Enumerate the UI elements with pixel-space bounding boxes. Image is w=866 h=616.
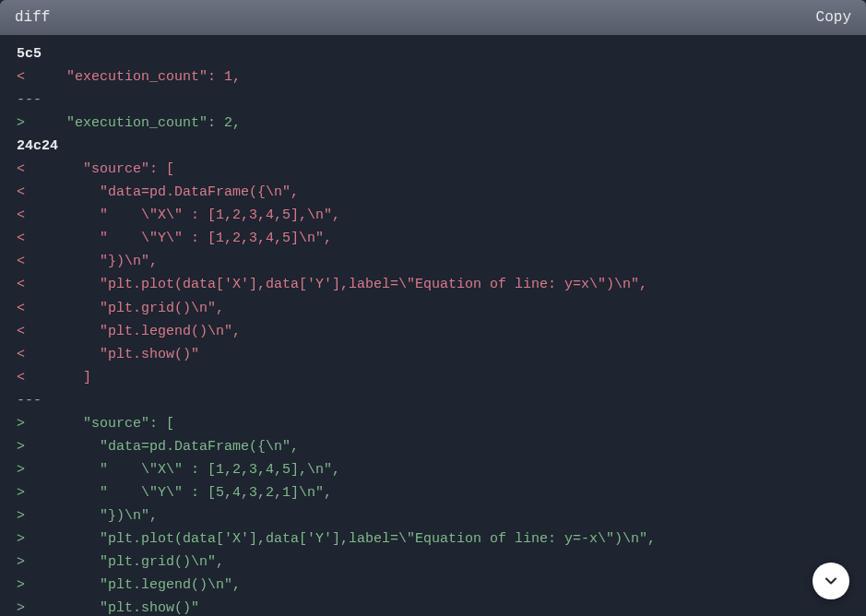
code-line: < "execution_count": 1, (17, 65, 849, 89)
code-line: < "plt.show()" (17, 343, 849, 366)
code-line: 5c5 (17, 42, 849, 65)
code-line: < "plt.plot(data['X'],data['Y'],label=\"… (17, 273, 849, 296)
code-block-header: diff Copy (0, 0, 866, 35)
code-line: > "data=pd.DataFrame({\n", (17, 435, 849, 458)
code-line: < " \"Y\" : [1,2,3,4,5]\n", (17, 227, 849, 250)
copy-button[interactable]: Copy (816, 9, 851, 26)
code-line: > "plt.grid()\n", (17, 551, 849, 574)
code-line: < "})\n", (17, 250, 849, 273)
code-line: < "source": [ (17, 158, 849, 181)
code-line: < " \"X\" : [1,2,3,4,5],\n", (17, 204, 849, 227)
code-content: 5c5< "execution_count": 1,---> "executio… (0, 35, 866, 616)
code-line: < "data=pd.DataFrame({\n", (17, 181, 849, 204)
code-line: > "plt.show()" (17, 597, 849, 616)
code-line: --- (17, 389, 849, 412)
code-line: < "plt.legend()\n", (17, 320, 849, 343)
code-line: > " \"Y\" : [5,4,3,2,1]\n", (17, 481, 849, 504)
language-label: diff (15, 9, 50, 26)
chevron-down-icon (822, 572, 840, 590)
code-line: --- (17, 89, 849, 112)
code-line: > "plt.legend()\n", (17, 574, 849, 597)
code-line: > " \"X\" : [1,2,3,4,5],\n", (17, 458, 849, 481)
code-line: < ] (17, 366, 849, 389)
code-line: > "})\n", (17, 504, 849, 527)
code-line: > "execution_count": 2, (17, 112, 849, 135)
code-line: 24c24 (17, 135, 849, 158)
code-line: < "plt.grid()\n", (17, 297, 849, 320)
code-line: > "source": [ (17, 412, 849, 435)
scroll-down-button[interactable] (813, 563, 849, 599)
code-line: > "plt.plot(data['X'],data['Y'],label=\"… (17, 527, 849, 551)
